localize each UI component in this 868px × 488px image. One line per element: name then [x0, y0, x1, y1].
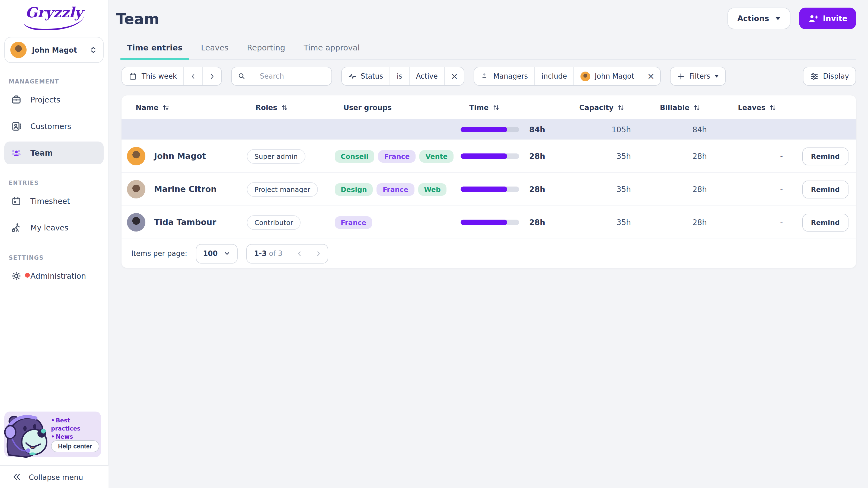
- date-range-button[interactable]: This week: [122, 67, 183, 85]
- status-field[interactable]: Status: [342, 67, 390, 85]
- status-operator[interactable]: is: [390, 67, 409, 85]
- gear-icon: [11, 270, 22, 282]
- managers-field[interactable]: Managers: [474, 67, 535, 85]
- billable-value: 28h: [634, 218, 710, 227]
- sort-icon: [693, 104, 701, 111]
- search-input[interactable]: [259, 72, 325, 81]
- sidebar-item-customers[interactable]: Customers: [4, 115, 104, 138]
- add-filter-button[interactable]: Filters: [671, 67, 725, 85]
- mascot-bear-icon: [4, 412, 50, 458]
- help-bullet: Best practices: [51, 416, 101, 433]
- display-label: Display: [823, 72, 849, 80]
- prev-week-button[interactable]: [184, 67, 203, 85]
- col-header-capacity[interactable]: Capacity: [553, 103, 634, 111]
- pulse-icon: [348, 72, 356, 80]
- member-name[interactable]: Tida Tambour: [154, 218, 216, 227]
- table-row[interactable]: Tida Tambour Contributor France 28h 35h …: [122, 205, 856, 238]
- items-per-page-label: Items per page:: [131, 250, 187, 258]
- status-field-label: Status: [361, 72, 383, 80]
- tab-time-entries[interactable]: Time entries: [120, 43, 189, 60]
- page-range: 1-3 of 3: [247, 244, 289, 263]
- collapse-menu-button[interactable]: Collapse menu: [0, 465, 108, 488]
- member-name[interactable]: John Magot: [154, 151, 206, 161]
- next-page-button[interactable]: [309, 244, 328, 263]
- group-tag: Vente: [420, 150, 454, 162]
- sidebar-item-team[interactable]: Team: [4, 141, 104, 164]
- time-value: 28h: [529, 185, 553, 194]
- help-bullet: News: [51, 433, 101, 441]
- group-tag: Web: [418, 183, 447, 195]
- items-per-page-select[interactable]: 100: [196, 244, 238, 263]
- billable-value: 28h: [634, 152, 710, 161]
- sidebar-item-label: Team: [30, 149, 53, 157]
- remove-status-filter-button[interactable]: ×: [445, 67, 464, 85]
- managers-value-label: John Magot: [595, 72, 634, 80]
- sidebar-item-label: Administration: [30, 272, 86, 280]
- managers-value[interactable]: John Magot: [574, 67, 641, 85]
- col-header-billable[interactable]: Billable: [634, 103, 710, 111]
- col-header-name[interactable]: Name: [127, 103, 247, 111]
- sort-icon: [281, 104, 288, 111]
- prev-page-button[interactable]: [290, 244, 308, 263]
- section-label-settings: SETTINGS: [9, 254, 108, 261]
- group-tag: France: [378, 150, 415, 162]
- avatar: [10, 42, 27, 58]
- managers-operator[interactable]: include: [535, 67, 574, 85]
- status-value[interactable]: Active: [409, 67, 444, 85]
- remind-button[interactable]: Remind: [802, 214, 848, 231]
- remind-button[interactable]: Remind: [802, 180, 848, 198]
- team-users-icon: [11, 148, 22, 158]
- main-content: Team Actions Invite: [108, 0, 868, 488]
- col-header-leaves[interactable]: Leaves: [710, 103, 786, 111]
- group-tag: Design: [335, 183, 373, 195]
- tab-time-approval[interactable]: Time approval: [297, 43, 366, 59]
- time-progress-bar: [461, 220, 519, 225]
- summary-row: 84h 105h 84h: [122, 119, 856, 139]
- tabs: Time entries Leaves Reporting Time appro…: [120, 43, 856, 60]
- col-header-roles[interactable]: Roles: [247, 103, 335, 111]
- member-name[interactable]: Marine Citron: [154, 184, 217, 194]
- table-row[interactable]: John Magot Super admin Conseil France Ve…: [122, 139, 856, 172]
- col-header-time[interactable]: Time: [461, 103, 553, 111]
- managers-field-label: Managers: [493, 72, 528, 80]
- sidebar-item-timesheet[interactable]: Timesheet: [4, 190, 104, 213]
- calendar-icon: [129, 72, 137, 80]
- invite-button[interactable]: Invite: [799, 8, 856, 29]
- sort-icon: [617, 104, 624, 111]
- leaves-value: -: [710, 152, 786, 161]
- sidebar-item-projects[interactable]: Projects: [4, 88, 104, 111]
- page-header: Team Actions Invite: [116, 0, 856, 30]
- time-progress-bar: [461, 154, 519, 159]
- remove-managers-filter-button[interactable]: ×: [641, 67, 660, 85]
- sidebar-item-administration[interactable]: Administration: [4, 265, 104, 287]
- double-chevron-left-icon: [12, 472, 21, 482]
- next-week-button[interactable]: [203, 67, 221, 85]
- sidebar-item-label: Timesheet: [30, 197, 70, 205]
- sidebar-item-my-leaves[interactable]: My leaves: [4, 216, 104, 239]
- role-chip: Project manager: [247, 182, 318, 197]
- pager: 1-3 of 3: [246, 244, 328, 263]
- tab-leaves[interactable]: Leaves: [194, 43, 235, 59]
- traveler-icon: [11, 222, 22, 233]
- help-card: Best practices News Support Help center: [4, 412, 101, 457]
- total-time: 84h: [529, 125, 553, 134]
- avatar: [127, 213, 145, 231]
- app: Gryzzly John Magot MANAGEMENT Proje: [0, 0, 868, 488]
- caret-down-icon: [775, 17, 780, 20]
- remind-button[interactable]: Remind: [802, 147, 848, 165]
- table-row[interactable]: Marine Citron Project manager Design Fra…: [122, 172, 856, 205]
- section-label-management: MANAGEMENT: [9, 78, 108, 85]
- tab-reporting[interactable]: Reporting: [240, 43, 291, 59]
- actions-button[interactable]: Actions: [727, 8, 790, 29]
- sidebar: Gryzzly John Magot MANAGEMENT Proje: [0, 0, 108, 488]
- sliders-icon: [810, 72, 818, 80]
- col-header-user-groups[interactable]: User groups: [335, 103, 461, 111]
- sort-icon: [769, 104, 776, 111]
- user-switcher[interactable]: John Magot: [4, 37, 104, 63]
- help-center-button[interactable]: Help center: [51, 440, 99, 452]
- page-title: Team: [116, 10, 159, 27]
- display-button[interactable]: Display: [803, 67, 856, 85]
- role-chip: Contributor: [247, 215, 301, 230]
- sort-asc-icon: [162, 104, 169, 111]
- total-billable: 84h: [634, 125, 710, 134]
